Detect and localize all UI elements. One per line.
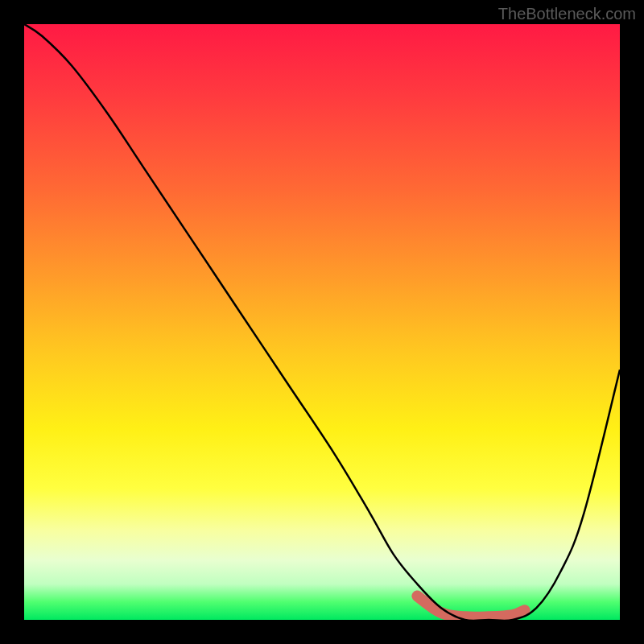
optimal-highlight-path xyxy=(417,596,524,617)
watermark-text: TheBottleneck.com xyxy=(498,5,636,23)
chart-plot-area xyxy=(24,24,620,620)
chart-svg xyxy=(24,24,620,620)
bottleneck-curve-path xyxy=(24,24,620,620)
